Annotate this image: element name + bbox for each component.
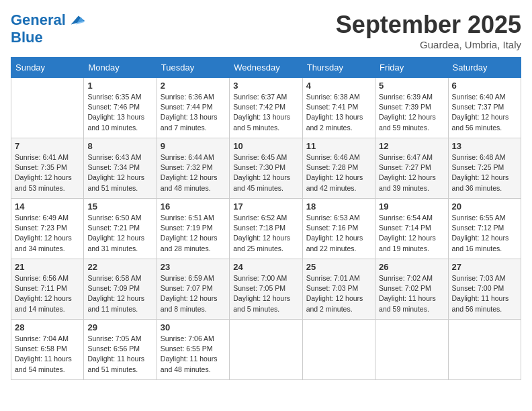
- calendar-week-row: 21Sunrise: 6:56 AMSunset: 7:11 PMDayligh…: [11, 259, 521, 320]
- calendar-cell: 11Sunrise: 6:46 AMSunset: 7:28 PMDayligh…: [302, 138, 375, 199]
- header-day-sunday: Sunday: [11, 58, 84, 78]
- day-number: 21: [15, 262, 80, 272]
- day-number: 4: [306, 81, 371, 91]
- cell-info: Sunrise: 6:39 AMSunset: 7:39 PMDaylight:…: [379, 92, 444, 133]
- calendar-cell: 19Sunrise: 6:54 AMSunset: 7:14 PMDayligh…: [375, 199, 448, 259]
- calendar-cell: 14Sunrise: 6:49 AMSunset: 7:23 PMDayligh…: [11, 199, 84, 259]
- day-number: 25: [306, 262, 371, 272]
- day-number: 22: [87, 262, 152, 272]
- cell-info: Sunrise: 6:51 AMSunset: 7:19 PMDaylight:…: [161, 213, 226, 254]
- day-number: 9: [161, 141, 226, 151]
- calendar-cell: 3Sunrise: 6:37 AMSunset: 7:42 PMDaylight…: [230, 78, 302, 138]
- calendar-week-row: 14Sunrise: 6:49 AMSunset: 7:23 PMDayligh…: [11, 199, 521, 259]
- calendar-week-row: 7Sunrise: 6:41 AMSunset: 7:35 PMDaylight…: [11, 138, 521, 199]
- calendar-week-row: 28Sunrise: 7:04 AMSunset: 6:58 PMDayligh…: [11, 320, 521, 380]
- calendar-cell: 30Sunrise: 7:06 AMSunset: 6:55 PMDayligh…: [157, 320, 229, 380]
- calendar-cell: 5Sunrise: 6:39 AMSunset: 7:39 PMDaylight…: [375, 78, 448, 138]
- day-number: 10: [233, 141, 298, 151]
- calendar-cell: 22Sunrise: 6:58 AMSunset: 7:09 PMDayligh…: [84, 259, 157, 320]
- day-number: 17: [233, 201, 298, 212]
- logo-text: General: [11, 12, 66, 28]
- header-day-tuesday: Tuesday: [157, 58, 229, 78]
- calendar-cell: 18Sunrise: 6:53 AMSunset: 7:16 PMDayligh…: [302, 199, 375, 259]
- cell-info: Sunrise: 7:04 AMSunset: 6:58 PMDaylight:…: [15, 334, 80, 375]
- header-day-friday: Friday: [375, 58, 448, 78]
- calendar-week-row: 1Sunrise: 6:35 AMSunset: 7:46 PMDaylight…: [11, 78, 521, 138]
- cell-info: Sunrise: 6:44 AMSunset: 7:32 PMDaylight:…: [161, 152, 226, 193]
- day-number: 15: [87, 201, 152, 212]
- cell-info: Sunrise: 6:37 AMSunset: 7:42 PMDaylight:…: [233, 92, 298, 133]
- day-number: 28: [15, 322, 80, 332]
- day-number: 19: [379, 201, 444, 212]
- calendar-cell: 21Sunrise: 6:56 AMSunset: 7:11 PMDayligh…: [11, 259, 84, 320]
- cell-info: Sunrise: 6:53 AMSunset: 7:16 PMDaylight:…: [306, 213, 371, 254]
- header-day-saturday: Saturday: [448, 58, 521, 78]
- day-number: 12: [379, 141, 444, 151]
- cell-info: Sunrise: 6:58 AMSunset: 7:09 PMDaylight:…: [87, 273, 152, 314]
- day-number: 2: [161, 81, 226, 91]
- calendar-header-row: SundayMondayTuesdayWednesdayThursdayFrid…: [11, 58, 521, 78]
- cell-info: Sunrise: 7:05 AMSunset: 6:56 PMDaylight:…: [87, 334, 152, 375]
- cell-info: Sunrise: 6:55 AMSunset: 7:12 PMDaylight:…: [452, 213, 517, 254]
- calendar-cell: 8Sunrise: 6:43 AMSunset: 7:34 PMDaylight…: [84, 138, 157, 199]
- day-number: 1: [87, 81, 152, 91]
- title-section: September 2025 Guardea, Umbria, Italy: [336, 11, 521, 50]
- cell-info: Sunrise: 6:54 AMSunset: 7:14 PMDaylight:…: [379, 213, 444, 254]
- calendar-cell: 26Sunrise: 7:02 AMSunset: 7:02 PMDayligh…: [375, 259, 448, 320]
- page-header: General Blue September 2025 Guardea, Umb…: [11, 11, 521, 50]
- cell-info: Sunrise: 6:36 AMSunset: 7:44 PMDaylight:…: [161, 92, 226, 133]
- day-number: 6: [452, 81, 517, 91]
- month-title: September 2025: [336, 11, 521, 39]
- cell-info: Sunrise: 6:56 AMSunset: 7:11 PMDaylight:…: [15, 273, 80, 314]
- calendar-cell: 29Sunrise: 7:05 AMSunset: 6:56 PMDayligh…: [84, 320, 157, 380]
- header-day-monday: Monday: [84, 58, 157, 78]
- day-number: 20: [452, 201, 517, 212]
- cell-info: Sunrise: 6:43 AMSunset: 7:34 PMDaylight:…: [87, 152, 152, 193]
- calendar-cell: [375, 320, 448, 380]
- cell-info: Sunrise: 7:06 AMSunset: 6:55 PMDaylight:…: [161, 334, 226, 375]
- calendar-cell: [11, 78, 84, 138]
- day-number: 29: [87, 322, 152, 332]
- day-number: 23: [161, 262, 226, 272]
- location: Guardea, Umbria, Italy: [336, 39, 521, 50]
- logo-icon: [67, 11, 86, 30]
- calendar-cell: 17Sunrise: 6:52 AMSunset: 7:18 PMDayligh…: [230, 199, 302, 259]
- calendar-cell: 10Sunrise: 6:45 AMSunset: 7:30 PMDayligh…: [230, 138, 302, 199]
- cell-info: Sunrise: 6:59 AMSunset: 7:07 PMDaylight:…: [161, 273, 226, 314]
- calendar-cell: 4Sunrise: 6:38 AMSunset: 7:41 PMDaylight…: [302, 78, 375, 138]
- day-number: 27: [452, 262, 517, 272]
- calendar-cell: 16Sunrise: 6:51 AMSunset: 7:19 PMDayligh…: [157, 199, 229, 259]
- calendar-cell: [302, 320, 375, 380]
- calendar-cell: 20Sunrise: 6:55 AMSunset: 7:12 PMDayligh…: [448, 199, 521, 259]
- cell-info: Sunrise: 6:40 AMSunset: 7:37 PMDaylight:…: [452, 92, 517, 133]
- day-number: 16: [161, 201, 226, 212]
- calendar-cell: 6Sunrise: 6:40 AMSunset: 7:37 PMDaylight…: [448, 78, 521, 138]
- calendar-cell: 1Sunrise: 6:35 AMSunset: 7:46 PMDaylight…: [84, 78, 157, 138]
- logo-line2: Blue: [11, 30, 43, 46]
- day-number: 14: [15, 201, 80, 212]
- calendar-cell: 12Sunrise: 6:47 AMSunset: 7:27 PMDayligh…: [375, 138, 448, 199]
- cell-info: Sunrise: 6:52 AMSunset: 7:18 PMDaylight:…: [233, 213, 298, 254]
- calendar-cell: 15Sunrise: 6:50 AMSunset: 7:21 PMDayligh…: [84, 199, 157, 259]
- calendar-cell: 25Sunrise: 7:01 AMSunset: 7:03 PMDayligh…: [302, 259, 375, 320]
- header-day-wednesday: Wednesday: [230, 58, 302, 78]
- day-number: 3: [233, 81, 298, 91]
- cell-info: Sunrise: 6:41 AMSunset: 7:35 PMDaylight:…: [15, 152, 80, 193]
- logo: General Blue: [11, 11, 86, 46]
- day-number: 13: [452, 141, 517, 151]
- cell-info: Sunrise: 7:02 AMSunset: 7:02 PMDaylight:…: [379, 273, 444, 314]
- calendar-cell: 24Sunrise: 7:00 AMSunset: 7:05 PMDayligh…: [230, 259, 302, 320]
- calendar-table: SundayMondayTuesdayWednesdayThursdayFrid…: [11, 57, 521, 380]
- cell-info: Sunrise: 6:35 AMSunset: 7:46 PMDaylight:…: [87, 92, 152, 133]
- day-number: 8: [87, 141, 152, 151]
- calendar-cell: 13Sunrise: 6:48 AMSunset: 7:25 PMDayligh…: [448, 138, 521, 199]
- calendar-cell: [230, 320, 302, 380]
- day-number: 7: [15, 141, 80, 151]
- calendar-cell: 23Sunrise: 6:59 AMSunset: 7:07 PMDayligh…: [157, 259, 229, 320]
- day-number: 24: [233, 262, 298, 272]
- cell-info: Sunrise: 6:48 AMSunset: 7:25 PMDaylight:…: [452, 152, 517, 193]
- header-day-thursday: Thursday: [302, 58, 375, 78]
- cell-info: Sunrise: 6:49 AMSunset: 7:23 PMDaylight:…: [15, 213, 80, 254]
- cell-info: Sunrise: 6:50 AMSunset: 7:21 PMDaylight:…: [87, 213, 152, 254]
- calendar-cell: 2Sunrise: 6:36 AMSunset: 7:44 PMDaylight…: [157, 78, 229, 138]
